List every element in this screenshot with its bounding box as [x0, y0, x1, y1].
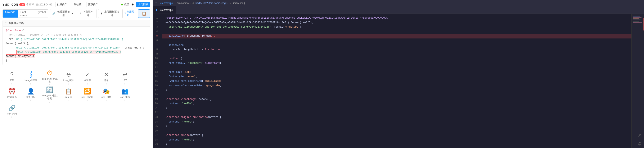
editor-tab-selector[interactable]: Selector.wpy [153, 6, 176, 13]
code-line-content-22: .iconicon_shijian_cuxiantiao:before { [166, 116, 221, 119]
code-line-content-12: font-size: 16px; [166, 71, 193, 74]
tab-font-class[interactable]: Font class [18, 10, 34, 17]
left-panel: YMC_ICON 347 个图标 2022-04-06 批量操作 加收藏 更多操… [0, 0, 153, 148]
icon-cell-unknown[interactable]: ? 未知  [2, 69, 21, 86]
expand-icon [155, 2, 157, 4]
top-bar: YMC_ICON 347 个图标 2022-04-06 批量操作 加收藏 更多操… [0, 0, 152, 9]
icon-cell-again[interactable]: ↩ 打又  [116, 69, 134, 86]
code-line-content-28: } [166, 143, 167, 146]
tab-symbol[interactable]: Symbol [34, 10, 48, 17]
sidebar-bell-icon[interactable] [636, 140, 644, 148]
icon-filter-name: 时间筛选 [7, 96, 16, 98]
line-num-9: 9 [153, 52, 160, 57]
calendar-icon [36, 3, 38, 6]
download-local-btn[interactable]: ⬇ 下载至本地 [77, 9, 96, 18]
status-badge: 成员 ×34 [121, 3, 134, 6]
line-num-24: 24 [153, 120, 160, 124]
line-num-27: 27 [153, 133, 160, 138]
icon-count-label: 个图标 [26, 3, 34, 6]
date-text: 2022-04-06 [39, 3, 52, 6]
icon-cell-visitor[interactable]: 👤 遊覧情况  [21, 86, 40, 103]
line-num-13: 13 [153, 70, 160, 75]
sidebar-person-icon[interactable] [636, 131, 644, 140]
line-num-19: 19 [153, 97, 160, 102]
tab-unicode[interactable]: Unicode [3, 10, 18, 17]
icon-cell-reply[interactable]: 🔁 icon_回对应  [78, 86, 97, 103]
icon-cell-org[interactable]: 👥 icon_组织  [116, 86, 134, 103]
icon-org-code:  [124, 99, 125, 102]
meta-info: 2022-04-06 批量操作 加收藏 更多操作 [36, 2, 100, 7]
icon-use-name: icon_利用 [7, 112, 17, 115]
line-num-22: 22 [153, 111, 160, 115]
link-icon: 🔗 [52, 12, 56, 15]
icon-miniapp-code:  [30, 83, 31, 85]
line-num-6: 6 [153, 38, 160, 43]
icon-success-symbol: ✓ [85, 71, 90, 78]
icon-pack-name: 打包 [104, 79, 108, 82]
line-num-29: 29 [153, 142, 160, 147]
icon-cell-settings[interactable]: 📋 icon_置  [59, 86, 78, 103]
icon-cell-restore[interactable]: 🎭 icon_回复  [97, 86, 116, 103]
icon-cell-cancel[interactable]: ⊖ icon_取消  [59, 69, 78, 86]
more-action-btn[interactable]: 更多操作 [86, 2, 100, 7]
svg-rect-0 [36, 4, 38, 6]
code-line-2: font-family: 'iconfont'; /* Project Id 1… [6, 33, 147, 37]
icon-restore-symbol: 🎭 [102, 88, 110, 95]
line-num-30: 30 [153, 147, 160, 148]
icon-again-code:  [124, 83, 125, 85]
icon-cell-miniapp[interactable]: 𝄞 icon_小程序  [21, 69, 40, 86]
favorite-btn[interactable]: 加收藏 [72, 2, 83, 7]
line-num-11: 11 [153, 61, 160, 66]
icon-cell-pack[interactable]: ✕ 打包  [97, 69, 116, 86]
icon-visitor-code:  [30, 99, 31, 102]
icon-visitor-symbol: 👤 [27, 88, 34, 95]
icon-filter-code:  [12, 99, 12, 102]
toolbar: Unicode Font class Symbol 🔗 收藏至线框集 ▾ ⬇ 下… [0, 9, 152, 18]
icon-again-name: 打又 [123, 79, 127, 82]
breadcrumb-selector: Selector.wpy [159, 2, 173, 4]
code-line-content-18: .iconicon_xiaochengxu:before { [166, 98, 211, 101]
batch-action-btn[interactable]: 批量操作 [55, 2, 69, 7]
line-num-18: 18 [153, 93, 160, 97]
icon-realtime-code:  [49, 101, 50, 103]
code-line-content-27: content: "\e75d"; [166, 138, 194, 141]
code-line-content-6: limitALine { [166, 44, 187, 47]
icon-cell-time[interactable]: ⏱ icon_对应_组成案  [40, 69, 59, 86]
upload-icon-btn[interactable]: 上传图标 [136, 2, 150, 7]
icon-use-symbol: 🔗 [8, 105, 16, 111]
logo-text: YMC_ICON [2, 3, 18, 6]
preview-thumbnail: 📋 [138, 9, 150, 18]
right-panel: Selector.wpy › src/compo... 4 limitALine… [153, 0, 644, 148]
help-btn[interactable]: ? 使用帮助 [124, 10, 136, 17]
icon-cancel-code:  [68, 83, 69, 85]
icon-restore-code:  [106, 99, 106, 102]
icon-restore-name: icon_回复 [101, 96, 111, 98]
icon-time-name: icon_对应_组成案 [41, 77, 58, 83]
code-editor-area[interactable]: PUzSzynatOX4wIwTsTFJwCcVQl9o6FlSm3Txru8Z… [162, 14, 632, 148]
icon-cell-use[interactable]: 🔗 icon_利用  [2, 103, 21, 119]
icon-cell-filter[interactable]: ⏰ 时间筛选  [2, 86, 21, 103]
icon-unknown-name: 未知 [10, 79, 14, 82]
svg-point-4 [639, 134, 640, 136]
save-to-frame-btn[interactable]: 🔗 收藏至线框集 ▾ [50, 9, 75, 18]
icon-pack-code:  [106, 83, 106, 85]
icon-count-badge: 347 [19, 3, 25, 6]
upload-to-project-btn[interactable]: ⬆ 上传图标至项目 [98, 9, 123, 18]
icon-cell-realtime[interactable]: 🔄 icon_实时对应_临案  [40, 86, 59, 103]
icon-cell-success[interactable]: ✓ 成功率  [78, 69, 97, 86]
line-num-14: 14 [153, 75, 160, 79]
line-num-15: 15 [153, 79, 160, 84]
line-num-12: 12 [153, 66, 160, 70]
breadcrumb-sep1: › [174, 2, 176, 4]
code-line-5: url('//at.alicdn.com/t/font_1947386_0okt… [6, 50, 147, 59]
line-num-1: 1 [153, 16, 160, 20]
code-line-6: } [6, 59, 147, 63]
chevron-down-icon: ▾ [72, 12, 73, 15]
line-num-5: 5 [153, 34, 160, 38]
line-num-26: 26 [153, 129, 160, 133]
code-line-4: url('//at.alicdn.com/t/font_1947386_0okt… [6, 46, 147, 50]
icon-settings-name: icon_置 [64, 96, 72, 98]
code-line-3: src: url('//at.alicdn.com/t/font_1947386… [6, 37, 147, 46]
tab-modified-dot [156, 9, 158, 11]
breadcrumb-path: src/compo... [177, 2, 191, 4]
